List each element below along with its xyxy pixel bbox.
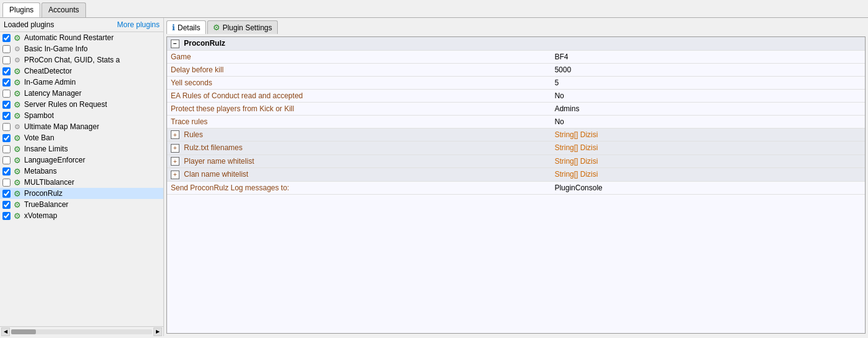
expandable-label: + Clan name whitelist (167, 168, 551, 182)
tab-details[interactable]: ℹ Details (166, 20, 206, 34)
property-value: 5000 (551, 63, 865, 76)
gear-icon: ⚙ (12, 166, 22, 176)
property-table: − ProconRulzGameBF4Delay before kill5000… (167, 37, 865, 195)
plugin-checkbox[interactable] (2, 101, 11, 109)
property-value: Admins (551, 102, 865, 115)
plugin-name: CheatDetector (24, 67, 72, 75)
loaded-plugins-label: Loaded plugins (4, 20, 54, 29)
more-plugins-link[interactable]: More plugins (117, 20, 160, 29)
expandable-label: + Rules (167, 128, 551, 142)
plugin-checkbox[interactable] (2, 90, 11, 98)
plugin-item[interactable]: ⚙Latency Manager (0, 88, 163, 99)
plugin-item[interactable]: ⚙Insane Limits (0, 143, 163, 154)
plugin-checkbox[interactable] (2, 212, 11, 220)
plugin-item[interactable]: ⚙Metabans (0, 166, 163, 177)
details-icon: ℹ (172, 23, 175, 32)
scroll-left-arrow[interactable]: ◀ (1, 327, 10, 336)
expandable-label: + Player name whitelist (167, 154, 551, 168)
gear-icon: ⚙ (12, 177, 22, 187)
gear-icon: ⚙ (12, 200, 22, 209)
expandable-property-row: + Rulz.txt filenamesString[] Dizisi (167, 142, 865, 155)
plugin-item[interactable]: ⚙xVotemap (0, 210, 163, 221)
property-label: Protect these players from Kick or Kill (167, 102, 551, 115)
plugin-checkbox[interactable] (2, 134, 11, 142)
property-label: Game (167, 50, 551, 63)
plugin-item[interactable]: ⚙Automatic Round Restarter (0, 32, 163, 43)
plugin-item[interactable]: ⚙TrueBalancer (0, 199, 163, 210)
tab-accounts[interactable]: Accounts (41, 2, 85, 17)
plugin-name: Metabans (24, 167, 57, 175)
gear-icon: ⚙ (12, 33, 22, 43)
plugin-item[interactable]: ⚙ProconRulz (0, 188, 163, 199)
gear-icon: ⚙ (12, 66, 22, 76)
plugin-checkbox[interactable] (2, 56, 11, 64)
property-value: String[] Dizisi (551, 128, 865, 142)
plugin-checkbox[interactable] (2, 190, 11, 198)
gear-icon: ⚙ (12, 99, 22, 109)
plugin-name: In-Game Admin (24, 78, 75, 87)
scroll-thumb (11, 329, 36, 334)
property-row: EA Rules of Conduct read and acceptedNo (167, 89, 865, 102)
plugin-item[interactable]: ⚙PRoCon Chat, GUID, Stats a (0, 54, 163, 65)
plugin-name: Vote Ban (24, 133, 54, 142)
plugin-item[interactable]: ⚙Server Rules on Request (0, 99, 163, 110)
main-content: Loaded plugins More plugins ⚙Automatic R… (0, 18, 868, 336)
plugin-name: LanguageEnforcer (24, 156, 85, 164)
plugin-checkbox[interactable] (2, 45, 11, 53)
property-row: Trace rulesNo (167, 115, 865, 128)
expand-button[interactable]: + (171, 144, 179, 153)
plugin-item[interactable]: ⚙LanguageEnforcer (0, 154, 163, 166)
left-panel-header: Loaded plugins More plugins (0, 18, 163, 32)
gear-icon: ⚙ (12, 211, 22, 221)
gear-icon: ⚙ (12, 133, 22, 143)
plugin-name: xVotemap (24, 211, 57, 220)
plugin-checkbox[interactable] (2, 78, 11, 87)
property-value: String[] Dizisi (551, 142, 865, 155)
plugin-checkbox[interactable] (2, 145, 11, 153)
property-value: 5 (551, 76, 865, 89)
plugin-checkbox[interactable] (2, 123, 11, 131)
plugin-name: MULTIbalancer (24, 178, 74, 187)
plugin-name: Ultimate Map Manager (24, 122, 99, 131)
tab-plugins[interactable]: Plugins (2, 2, 40, 17)
top-tab-bar: Plugins Accounts (0, 0, 868, 18)
plugin-item[interactable]: ⚙CheatDetector (0, 65, 163, 77)
expand-button[interactable]: + (171, 157, 179, 166)
property-label: Trace rules (167, 115, 551, 128)
plugin-item[interactable]: ⚙Spambot (0, 110, 163, 121)
plugin-item[interactable]: ⚙Vote Ban (0, 132, 163, 143)
property-row: Yell seconds5 (167, 76, 865, 89)
expand-button[interactable]: + (171, 130, 179, 139)
plugin-item[interactable]: ⚙Ultimate Map Manager (0, 121, 163, 132)
plugin-checkbox[interactable] (2, 156, 11, 164)
property-label: Yell seconds (167, 76, 551, 89)
expand-button[interactable]: + (171, 171, 179, 179)
gear-icon-grey: ⚙ (12, 122, 22, 132)
scroll-right-arrow[interactable]: ▶ (153, 327, 162, 336)
property-value: BF4 (551, 50, 865, 63)
plugin-checkbox[interactable] (2, 67, 11, 75)
scroll-track (11, 329, 152, 334)
plugin-checkbox[interactable] (2, 167, 11, 175)
expandable-property-row: + Clan name whitelistString[] Dizisi (167, 168, 865, 182)
plugin-checkbox[interactable] (2, 179, 11, 187)
property-label: EA Rules of Conduct read and accepted (167, 89, 551, 102)
collapse-button[interactable]: − (171, 40, 179, 48)
expandable-property-row: + Player name whitelistString[] Dizisi (167, 154, 865, 168)
details-panel: − ProconRulzGameBF4Delay before kill5000… (166, 36, 866, 334)
plugin-checkbox[interactable] (2, 201, 11, 209)
tab-plugin-settings[interactable]: ⚙ Plugin Settings (207, 20, 278, 34)
plugin-name: ProconRulz (24, 189, 62, 198)
gear-icon: ⚙ (12, 188, 22, 198)
tab-details-label: Details (178, 23, 200, 32)
plugin-name: TrueBalancer (24, 200, 69, 209)
plugin-item[interactable]: ⚙Basic In-Game Info (0, 43, 163, 54)
plugin-name: Server Rules on Request (24, 100, 107, 109)
property-label: Send ProconRulz Log messages to: (167, 181, 551, 194)
right-tab-bar: ℹ Details ⚙ Plugin Settings (166, 20, 866, 34)
tab-plugin-settings-label: Plugin Settings (223, 23, 272, 32)
plugin-item[interactable]: ⚙In-Game Admin (0, 77, 163, 88)
plugin-item[interactable]: ⚙MULTIbalancer (0, 177, 163, 188)
plugin-checkbox[interactable] (2, 112, 11, 120)
plugin-checkbox[interactable] (2, 34, 11, 42)
